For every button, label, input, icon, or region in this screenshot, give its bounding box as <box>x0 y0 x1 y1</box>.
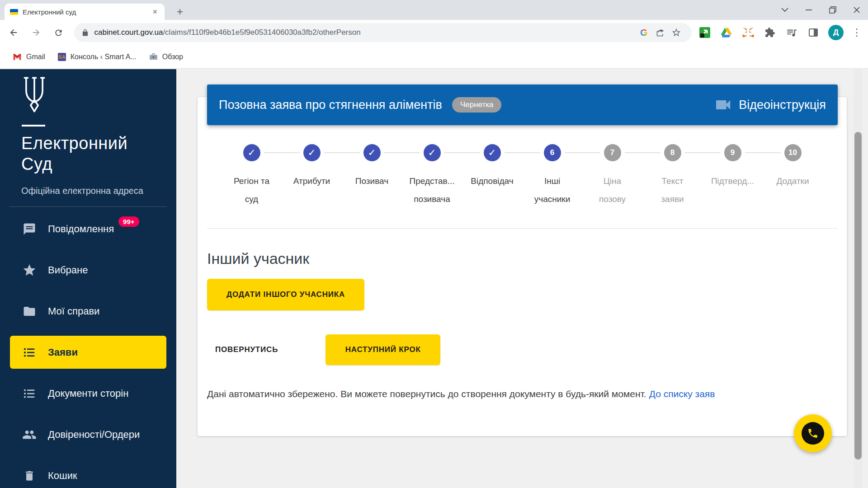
tab-title: Електронний суд <box>23 8 151 16</box>
unread-count-badge: 99+ <box>118 216 139 227</box>
step-circle: 10 <box>784 144 802 161</box>
step-attachments[interactable]: 10 Додатки <box>763 144 823 208</box>
claims-list-link[interactable]: До списку заяв <box>649 389 715 399</box>
check-icon: ✓ <box>488 147 496 158</box>
section-title: Інший учасник <box>207 250 309 267</box>
bookmark-star-icon[interactable] <box>668 24 684 41</box>
list-icon <box>22 387 37 400</box>
step-circle: ✓ <box>243 144 260 161</box>
extensions-puzzle-icon[interactable] <box>761 24 778 41</box>
step-confirmation[interactable]: 9 Підтверд... <box>703 144 763 208</box>
step-circle: ✓ <box>363 144 381 161</box>
phone-support-fab[interactable] <box>794 414 832 452</box>
sidebar-item-claims[interactable]: Заяви <box>0 332 176 373</box>
check-icon: ✓ <box>248 147 256 158</box>
videocam-icon <box>716 99 731 110</box>
window-minimize-button[interactable] <box>806 9 812 11</box>
browser-toolbar: cabinet.court.gov.ua/claims/f110f9eb46b1… <box>0 20 868 45</box>
sidebar-item-powers-of-attorney[interactable]: Довіреності/Ордери <box>0 414 176 455</box>
app-subtitle: Офіційна електронна адреса <box>21 186 143 196</box>
sidebar-nav: Повідомлення 99+ Вибране Мої справи Заяв… <box>0 208 176 488</box>
side-panel-icon[interactable] <box>805 24 822 41</box>
sidebar-item-trash[interactable]: Кошик <box>0 455 176 488</box>
sidebar-item-favorites[interactable]: Вибране <box>0 249 176 291</box>
url-text: cabinet.court.gov.ua/claims/f110f9eb46b1… <box>94 28 636 37</box>
step-plaintiff[interactable]: ✓ Позивач <box>342 144 402 208</box>
browser-titlebar: Електронний суд × + <box>0 0 868 20</box>
step-label: Позивач <box>355 172 388 190</box>
step-label: Додатки <box>776 172 809 190</box>
sidebar-item-party-documents[interactable]: Документи сторін <box>0 373 176 414</box>
next-step-button[interactable]: НАСТУПНИЙ КРОК <box>326 334 440 365</box>
sidebar: Електронний Суд Офіційна електронна адре… <box>0 69 176 488</box>
progress-stepper: ✓ Регіон тасуд ✓ Атрибути ✓ Позивач ✓ Пр… <box>222 144 823 208</box>
step-circle: ✓ <box>424 144 441 161</box>
trash-icon <box>22 469 37 482</box>
scrollbar-thumb[interactable] <box>854 132 862 460</box>
step-circle: 7 <box>604 144 621 161</box>
window-restore-button[interactable] <box>829 6 836 14</box>
step-circle: ✓ <box>484 144 501 161</box>
check-icon: ✓ <box>368 147 376 158</box>
step-claim-price[interactable]: 7 Цінапозову <box>582 144 642 208</box>
chrome-menu-icon[interactable]: ⋮ <box>850 27 863 38</box>
profile-avatar[interactable]: Д <box>828 25 844 40</box>
back-button[interactable] <box>5 23 23 42</box>
claim-title: Позовна заява про стягнення аліментів <box>219 98 442 112</box>
step-label: Регіон та <box>234 172 269 190</box>
check-icon: ✓ <box>428 147 436 158</box>
sidebar-divider <box>9 206 167 207</box>
media-controls-icon[interactable] <box>783 24 800 41</box>
bookmark-obzor[interactable]: Обзор <box>149 53 183 61</box>
address-bar[interactable]: cabinet.court.gov.ua/claims/f110f9eb46b1… <box>74 23 692 42</box>
screenshot-extension-icon[interactable] <box>696 24 713 41</box>
step-circle: 9 <box>724 144 741 161</box>
step-label: Ціна <box>599 172 626 190</box>
check-icon: ✓ <box>308 147 316 158</box>
forward-button[interactable] <box>27 23 45 42</box>
step-claim-text[interactable]: 8 Текстзаяви <box>642 144 703 208</box>
video-instruction-link[interactable]: Відеоінструкція <box>716 98 826 112</box>
step-label: Підтверд... <box>711 172 754 190</box>
sidebar-item-my-cases[interactable]: Мої справи <box>0 291 176 332</box>
step-plaintiff-representative[interactable]: ✓ Представ...позивача <box>402 144 462 208</box>
star-icon <box>22 263 37 277</box>
draft-status-badge: Чернетка <box>452 97 502 113</box>
browser-window: Електронний суд × + cabinet.court.gov.ua… <box>0 0 868 488</box>
share-icon[interactable] <box>652 24 668 41</box>
phone-icon <box>802 422 824 445</box>
people-icon <box>22 427 37 442</box>
metamask-extension-icon[interactable] <box>740 24 757 41</box>
scrollbar-track <box>854 69 863 488</box>
tab-close-icon[interactable]: × <box>151 7 159 17</box>
step-region-court[interactable]: ✓ Регіон тасуд <box>222 144 282 208</box>
google-drive-extension-icon[interactable] <box>718 24 735 41</box>
back-step-button[interactable]: ПОВЕРНУТИСЬ <box>215 345 278 354</box>
step-label: Інші <box>534 172 571 190</box>
add-other-participant-button[interactable]: ДОДАТИ ІНШОГО УЧАСНИКА <box>207 279 364 310</box>
list-icon <box>22 346 37 359</box>
form-actions: ПОВЕРНУТИСЬ НАСТУПНИЙ КРОК <box>207 334 440 365</box>
google-search-icon[interactable]: G <box>636 24 652 41</box>
tab-search-chevron-icon[interactable] <box>781 8 788 12</box>
window-close-button[interactable] <box>854 7 860 13</box>
lock-icon <box>81 29 89 37</box>
bookmark-console-smart[interactable]: SA Консоль ‹ Smart A... <box>58 53 137 61</box>
claim-header: Позовна заява про стягнення аліментів Че… <box>207 84 838 125</box>
step-circle: 8 <box>664 144 681 161</box>
gmail-icon <box>13 53 22 61</box>
step-label: Атрибути <box>293 172 330 190</box>
new-tab-button[interactable]: + <box>173 5 187 19</box>
reload-button[interactable] <box>50 23 68 42</box>
step-label: Текст <box>661 172 684 190</box>
step-defendant[interactable]: ✓ Відповідач <box>462 144 522 208</box>
logo-dash <box>22 125 45 127</box>
step-circle: ✓ <box>303 144 321 161</box>
sidebar-item-messages[interactable]: Повідомлення 99+ <box>0 208 176 249</box>
bookmark-gmail[interactable]: Gmail <box>13 53 45 61</box>
step-attributes[interactable]: ✓ Атрибути <box>282 144 342 208</box>
browser-tab[interactable]: Електронний суд × <box>5 4 165 20</box>
step-label: Відповідач <box>471 172 513 190</box>
step-other-participants[interactable]: 6 Іншіучасники <box>522 144 582 208</box>
toolbox-icon <box>149 53 158 61</box>
